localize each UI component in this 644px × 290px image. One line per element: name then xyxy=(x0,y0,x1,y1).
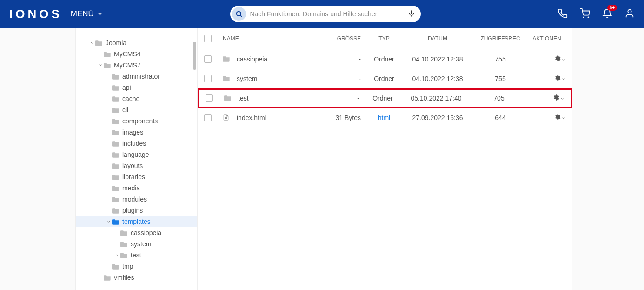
notifications-button[interactable]: 5+ xyxy=(602,8,612,20)
tree-item-components[interactable]: components xyxy=(76,115,197,127)
file-list-panel: NAME GRÖSSE TYP DATUM ZUGRIFFSREC AKTION… xyxy=(198,28,572,290)
chevron-down-icon xyxy=(560,94,564,102)
chevron-right-icon: › xyxy=(114,253,120,258)
tree-item-label: api xyxy=(122,84,131,91)
row-actions-button[interactable] xyxy=(528,74,565,83)
tree-item-includes[interactable]: includes xyxy=(76,138,197,149)
gear-icon xyxy=(554,114,561,122)
row-actions-button[interactable] xyxy=(528,114,565,122)
chevron-down-icon xyxy=(562,114,565,121)
chevron-down-icon xyxy=(89,41,95,45)
file-size: - xyxy=(328,75,365,82)
main-menu-button[interactable]: MENÜ xyxy=(71,9,103,19)
tree-item-media[interactable]: media xyxy=(76,182,197,194)
tree-item-label: vmfiles xyxy=(114,274,134,281)
row-checkbox[interactable] xyxy=(206,94,213,102)
table-row[interactable]: index.html31 Byteshtml27.09.2022 16:3664… xyxy=(198,108,572,128)
tree-item-mycms7[interactable]: MyCMS7 xyxy=(76,60,197,71)
file-permissions: 644 xyxy=(472,114,528,121)
menu-label-text: MENÜ xyxy=(71,9,94,19)
folder-tree: JoomlaMyCMS4MyCMS7administratorapicachec… xyxy=(76,37,197,283)
row-checkbox[interactable] xyxy=(204,75,212,82)
tree-item-language[interactable]: language xyxy=(76,149,197,160)
select-all-checkbox[interactable] xyxy=(204,35,212,42)
mic-icon xyxy=(408,10,415,17)
tree-item-label: media xyxy=(122,184,140,192)
tree-item-layouts[interactable]: layouts xyxy=(76,160,197,171)
tree-item-images[interactable]: images xyxy=(76,127,197,138)
tree-item-label: cache xyxy=(122,95,139,102)
svg-point-4 xyxy=(588,17,589,18)
tree-item-test[interactable]: ›test xyxy=(76,250,197,261)
cart-button[interactable] xyxy=(580,8,590,20)
tree-item-tmp[interactable]: tmp xyxy=(76,261,197,272)
chevron-down-icon xyxy=(97,11,103,17)
table-row[interactable]: test-Ordner05.10.2022 17:40705 xyxy=(198,88,572,108)
column-header-type[interactable]: TYP xyxy=(365,35,403,42)
gear-icon xyxy=(552,94,559,102)
tree-item-label: libraries xyxy=(122,173,145,181)
tree-item-api[interactable]: api xyxy=(76,82,197,93)
tree-item-label: language xyxy=(122,151,149,158)
gear-icon xyxy=(554,74,561,83)
tree-item-label: plugins xyxy=(122,207,143,214)
chevron-down-icon xyxy=(106,220,112,223)
svg-point-3 xyxy=(583,17,584,18)
table-row[interactable]: cassiopeia-Ordner04.10.2022 12:38755 xyxy=(198,49,572,69)
file-name: system xyxy=(237,75,257,82)
file-name: index.html xyxy=(237,114,266,121)
row-checkbox[interactable] xyxy=(204,55,212,63)
tree-item-libraries[interactable]: libraries xyxy=(76,171,197,182)
tree-item-label: test xyxy=(131,251,141,259)
file-date: 27.09.2022 16:36 xyxy=(403,114,472,121)
tree-item-cli[interactable]: cli xyxy=(76,104,197,115)
gear-icon xyxy=(554,55,561,63)
app-header: IONOS MENÜ 5+ xyxy=(0,0,644,28)
tree-item-label: cassiopeia xyxy=(131,229,161,236)
tree-item-system[interactable]: system xyxy=(76,238,197,250)
folder-tree-sidebar: JoomlaMyCMS4MyCMS7administratorapicachec… xyxy=(75,28,198,290)
file-permissions: 705 xyxy=(471,94,527,102)
file-date: 05.10.2022 17:40 xyxy=(401,94,471,102)
sidebar-scrollbar[interactable] xyxy=(191,28,197,290)
tree-item-modules[interactable]: modules xyxy=(76,194,197,205)
file-type[interactable]: html xyxy=(365,114,403,121)
row-actions-button[interactable] xyxy=(527,94,564,102)
file-permissions: 755 xyxy=(472,55,528,63)
user-icon xyxy=(624,8,635,19)
tree-item-label: templates xyxy=(122,218,151,225)
mic-button[interactable] xyxy=(408,10,415,19)
column-header-date[interactable]: DATUM xyxy=(403,35,472,42)
file-date: 04.10.2022 12:38 xyxy=(403,75,472,82)
column-header-actions: AKTIONEN xyxy=(528,35,565,42)
row-actions-button[interactable] xyxy=(528,55,565,63)
logo: IONOS xyxy=(9,7,62,21)
file-size: 31 Bytes xyxy=(328,114,365,121)
column-header-size[interactable]: GRÖSSE xyxy=(328,35,365,42)
file-type: Ordner xyxy=(364,94,401,102)
tree-item-mycms4[interactable]: MyCMS4 xyxy=(76,48,197,60)
tree-item-cassiopeia[interactable]: cassiopeia xyxy=(76,227,197,238)
tree-item-joomla[interactable]: Joomla xyxy=(76,37,197,48)
tree-item-templates[interactable]: templates xyxy=(76,216,197,227)
tree-item-cache[interactable]: cache xyxy=(76,93,197,104)
search-box[interactable] xyxy=(230,6,421,22)
chevron-down-icon xyxy=(562,75,565,82)
tree-item-label: administrator xyxy=(122,73,160,80)
table-row[interactable]: system-Ordner04.10.2022 12:38755 xyxy=(198,69,572,88)
phone-button[interactable] xyxy=(558,8,568,20)
search-input[interactable] xyxy=(250,10,408,18)
account-button[interactable] xyxy=(624,8,635,20)
folder-icon xyxy=(223,55,233,63)
tree-item-plugins[interactable]: plugins xyxy=(76,205,197,216)
tree-item-label: modules xyxy=(122,196,147,203)
svg-point-0 xyxy=(237,12,241,16)
tree-item-label: MyCMS4 xyxy=(114,50,141,58)
tree-item-vmfiles[interactable]: vmfiles xyxy=(76,272,197,283)
tree-item-administrator[interactable]: administrator xyxy=(76,71,197,82)
column-header-name[interactable]: NAME xyxy=(221,35,328,42)
row-checkbox[interactable] xyxy=(204,114,212,121)
tree-item-label: cli xyxy=(122,106,128,114)
file-icon xyxy=(223,114,233,122)
column-header-permissions[interactable]: ZUGRIFFSREC xyxy=(472,35,528,42)
